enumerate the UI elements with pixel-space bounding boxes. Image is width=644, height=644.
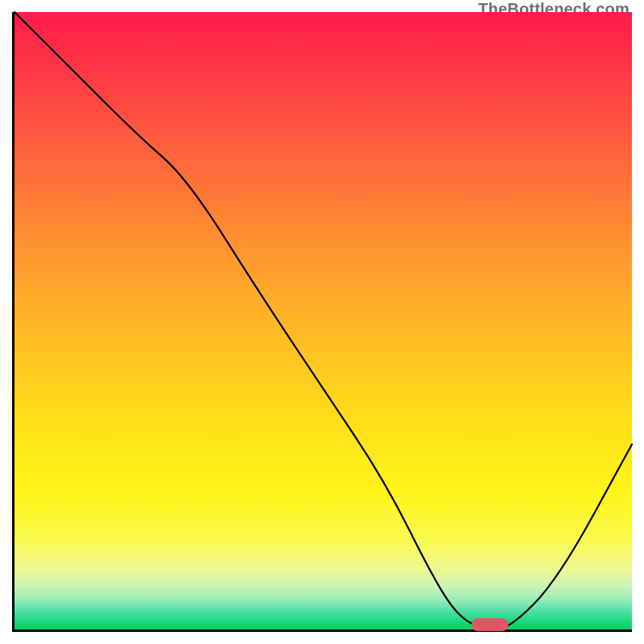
optimal-marker	[472, 618, 509, 631]
chart-canvas: TheBottleneck.com	[0, 0, 644, 644]
bottleneck-curve	[14, 12, 632, 630]
plot-area	[12, 12, 632, 632]
chart-overlay	[14, 12, 632, 630]
